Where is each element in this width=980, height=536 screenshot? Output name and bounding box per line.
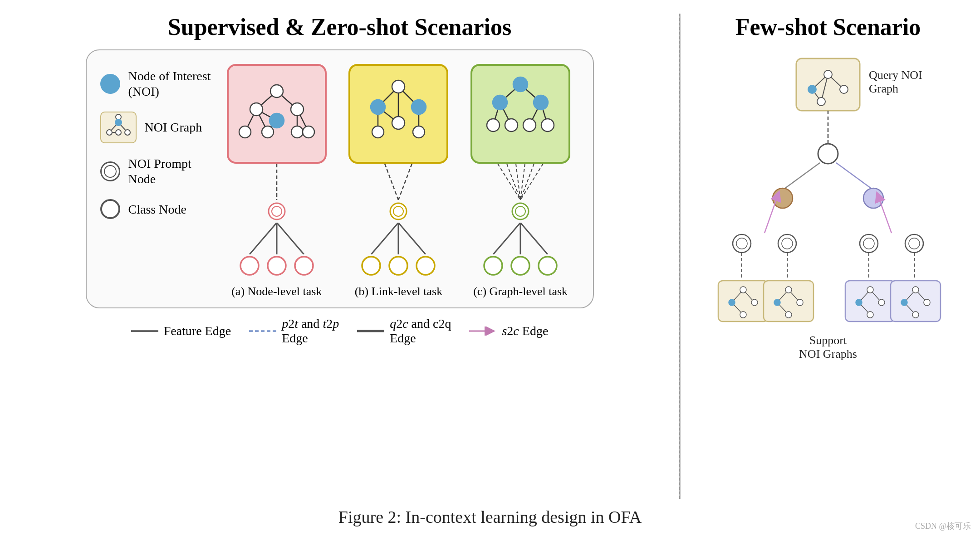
svg-point-54 [389,257,407,275]
svg-line-104 [764,195,778,233]
left-panel: Supervised & Zero-shot Scenarios Node of… [18,14,670,499]
svg-point-21 [239,126,251,138]
svg-point-53 [362,257,380,275]
svg-point-66 [505,119,518,132]
legend-noi-graph: NOI Graph [100,112,218,143]
svg-point-31 [240,257,259,275]
svg-point-27 [272,206,282,216]
svg-line-79 [520,223,548,254]
svg-point-42 [412,100,426,114]
graph-level-svg [475,68,566,159]
svg-point-147 [901,299,907,306]
figure-caption: Figure 2: In-context learning design in … [338,507,642,527]
svg-point-67 [523,119,536,132]
p2t-edge-icon [249,326,276,336]
dashed-lines-b [348,164,448,200]
scenarios-area: (a) Node-level task [218,64,579,298]
svg-point-131 [774,299,780,306]
svg-point-103 [863,188,883,208]
svg-point-20 [270,113,284,128]
svg-line-77 [493,223,520,254]
svg-point-81 [511,257,529,275]
svg-point-19 [291,103,304,116]
prompt-node-c [502,200,539,223]
scenario-node-level: (a) Node-level task [227,64,327,298]
prompt-node-a [259,200,295,223]
s2c-edge-label: s2c Edge [502,324,548,338]
graph-box-green [470,64,570,164]
scenario-a-label: (a) Node-level task [231,285,322,298]
supervised-box: Node of Interest(NOI) [86,49,594,308]
svg-point-125 [740,312,746,318]
svg-point-45 [413,126,425,138]
feature-edge-legend: Feature Edge [131,324,231,338]
svg-point-17 [270,85,283,97]
p2t-edge-legend: p2t and t2pEdge [249,317,339,346]
svg-point-113 [909,238,920,249]
noi-circle-icon [100,74,120,94]
svg-point-55 [416,257,435,275]
watermark: CSDN @核可乐 [915,521,971,531]
few-shot-diagram: Query NOI Graph [696,54,960,373]
svg-point-82 [539,257,557,275]
bottom-legend: Feature Edge p2t and t2pEdge q2c and c2q… [131,317,549,346]
s2c-edge-icon [469,326,496,336]
svg-point-95 [817,97,825,106]
legend-noi-prompt: NOI PromptNode [100,156,218,186]
svg-point-68 [541,119,554,132]
vertical-divider [679,14,681,499]
svg-point-5 [115,119,122,126]
svg-point-138 [867,287,873,293]
svg-point-148 [924,299,930,306]
svg-point-146 [912,287,919,293]
few-shot-svg: Query NOI Graph [696,54,960,371]
svg-line-52 [398,223,426,254]
svg-point-49 [393,206,403,216]
svg-point-111 [863,238,874,249]
svg-point-62 [513,77,528,92]
main-content: Supervised & Zero-shot Scenarios Node of… [18,14,962,499]
svg-line-30 [277,223,304,254]
node-graph-svg [231,68,322,159]
svg-point-44 [372,126,384,138]
svg-line-105 [878,195,892,233]
svg-point-40 [392,80,405,93]
q2c-edge-label: q2c and c2qEdge [390,317,451,346]
svg-point-140 [878,299,885,306]
noi-label: Node of Interest(NOI) [128,68,211,99]
noi-prompt-label: NOI PromptNode [128,156,191,186]
svg-point-65 [487,119,500,132]
class-node-icon [100,199,120,219]
svg-point-99 [818,144,838,164]
tree-lines-b [348,223,448,254]
svg-line-100 [783,163,820,190]
legend-noi: Node of Interest(NOI) [100,68,218,99]
link-graph-svg [353,68,444,159]
svg-point-139 [856,299,862,306]
page-container: Supervised & Zero-shot Scenarios Node of… [0,0,980,536]
scenario-b-label: (b) Link-level task [355,285,443,298]
svg-point-107 [736,238,747,249]
svg-point-32 [268,257,286,275]
svg-point-6 [107,130,112,135]
dashed-line-a [227,164,327,200]
noi-prompt-node-icon [100,161,120,181]
graph-box-red [227,64,327,164]
svg-point-93 [808,85,816,93]
graph-box-yellow [348,64,448,164]
noi-graph-mini-svg [102,113,135,141]
class-node-label: Class Node [128,202,186,217]
svg-point-64 [534,95,548,110]
svg-point-7 [116,130,121,135]
tree-lines-a [227,223,327,254]
legend: Node of Interest(NOI) [100,64,218,298]
svg-line-101 [836,163,873,190]
legend-class-node: Class Node [100,199,218,219]
tree-lines-c [470,223,570,254]
scenario-c-label: (c) Graph-level task [473,285,568,298]
svg-text:NOI Graphs: NOI Graphs [799,347,857,361]
feature-edge-icon [131,326,158,336]
svg-point-124 [751,299,758,306]
scenario-link-level: (b) Link-level task [348,64,448,298]
svg-point-132 [797,299,803,306]
